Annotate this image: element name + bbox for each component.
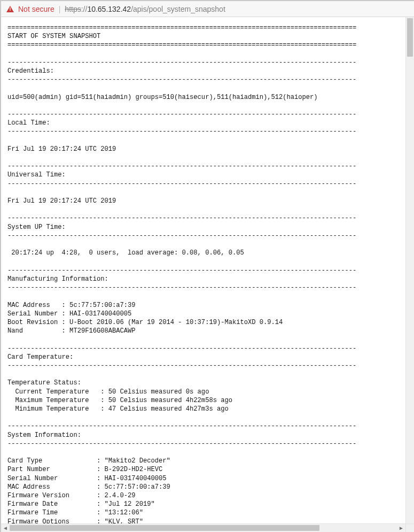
security-status: Not secure — [18, 5, 54, 13]
vertical-scrollbar-thumb[interactable] — [407, 18, 413, 57]
url-path: /apis/pool_system_snapshot — [131, 5, 225, 13]
address-bar[interactable]: Not secure | https://10.65.132.42/apis/p… — [1, 1, 414, 17]
scroll-right-arrow-icon[interactable]: ► — [397, 524, 405, 532]
warning-triangle-icon — [6, 6, 14, 12]
scrollbar-corner — [405, 523, 414, 532]
vertical-scrollbar[interactable] — [405, 17, 414, 523]
url-host: 10.65.132.42 — [87, 5, 131, 13]
horizontal-scrollbar-thumb[interactable] — [10, 525, 319, 531]
system-snapshot-text: ========================================… — [1, 17, 405, 523]
page-content: ========================================… — [1, 17, 405, 523]
scroll-left-arrow-icon[interactable]: ◄ — [1, 524, 10, 532]
horizontal-scrollbar-track[interactable] — [10, 525, 397, 531]
url-display[interactable]: https://10.65.132.42/apis/pool_system_sn… — [65, 5, 225, 13]
address-bar-divider: | — [59, 5, 61, 13]
url-protocol: https — [65, 5, 81, 13]
horizontal-scrollbar[interactable]: ◄ ► — [1, 523, 405, 532]
